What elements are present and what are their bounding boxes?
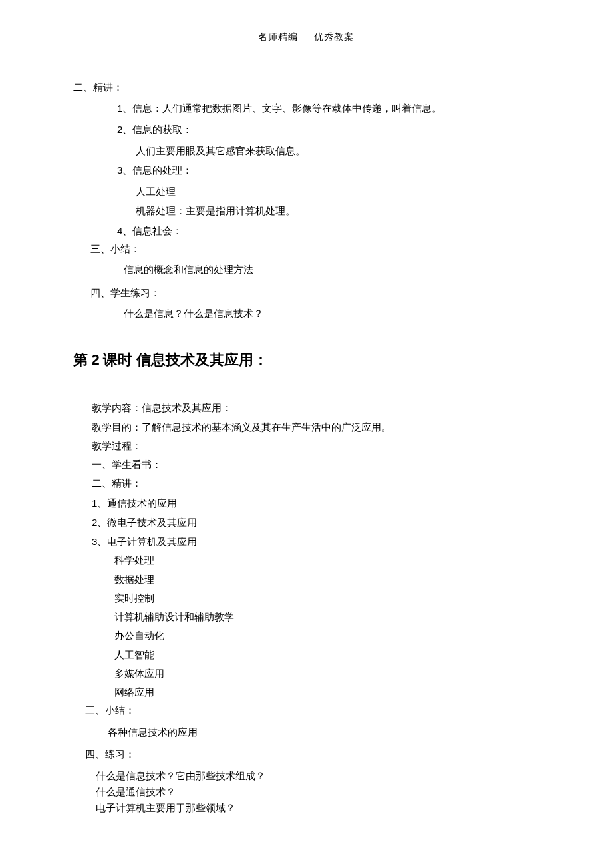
exercise-1: 什么是信息技术？它由那些技术组成？ — [96, 768, 539, 784]
teaching-process: 教学过程： — [92, 439, 539, 454]
xiaojie-body: 信息的概念和信息的处理方法 — [124, 263, 539, 277]
sub-b: 数据处理 — [114, 572, 539, 588]
lianxi-body: 什么是信息？什么是信息技术？ — [124, 307, 539, 321]
sub-f: 人工智能 — [114, 648, 539, 663]
title-post: 课时 信息技术及其应用： — [100, 351, 268, 368]
section2-lianxi-heading: 四、练习： — [85, 748, 539, 761]
section2-xiaojie-heading: 三、小结： — [85, 704, 539, 718]
point-3: 3、信息的处理： — [117, 163, 539, 178]
point-1-text: 、信息：人们通常把数据图片、文字、影像等在载体中传递，叫着信息。 — [122, 103, 442, 114]
point-4-text: 、信息社会： — [122, 226, 182, 236]
exercise-2: 什么是通信技术？ — [96, 784, 539, 800]
section-jingjiang-heading: 二、精讲： — [73, 81, 539, 95]
sub-a: 科学处理 — [114, 553, 539, 568]
sub-e: 办公自动化 — [114, 628, 539, 644]
point-3b: 机器处理：主要是指用计算机处理。 — [136, 204, 539, 219]
tech-3-text: 、电子计算机及其应用 — [97, 537, 197, 547]
page-header: 名师精编 优秀教案 — [73, 31, 539, 44]
sub-h: 网络应用 — [114, 685, 539, 700]
section2-xiaojie-body: 各种信息技术的应用 — [108, 726, 539, 740]
point-3-text: 、信息的处理： — [122, 165, 192, 176]
tech-3: 3、电子计算机及其应用 — [92, 534, 539, 550]
sub-d: 计算机辅助设计和辅助教学 — [114, 610, 539, 625]
step-jingjiang: 二、精讲： — [92, 476, 539, 491]
header-left: 名师精编 — [258, 32, 298, 42]
tech-2: 2、微电子技术及其应用 — [92, 515, 539, 531]
teaching-content: 教学内容：信息技术及其应用： — [92, 401, 539, 416]
teaching-goal: 教学目的：了解信息技术的基本涵义及其在生产生活中的广泛应用。 — [92, 420, 539, 435]
point-1: 1、信息：人们通常把数据图片、文字、影像等在载体中传递，叫着信息。 — [117, 101, 539, 116]
point-2-text: 、信息的获取： — [122, 124, 192, 135]
tech-1-text: 、通信技术的应用 — [97, 498, 177, 509]
header-underline — [251, 47, 361, 47]
point-3a: 人工处理 — [136, 184, 539, 200]
point-4: 4、信息社会： — [117, 223, 539, 239]
lesson-2-title: 第 2 课时 信息技术及其应用： — [73, 350, 539, 371]
section-lianxi-heading: 四、学生练习： — [90, 286, 539, 300]
title-pre: 第 — [73, 351, 92, 368]
sub-g: 多媒体应用 — [114, 666, 539, 682]
section-xiaojie-heading: 三、小结： — [90, 242, 539, 256]
document-page: 名师精编 优秀教案 二、精讲： 1、信息：人们通常把数据图片、文字、影像等在载体… — [0, 0, 612, 856]
point-2: 2、信息的获取： — [117, 122, 539, 137]
tech-2-text: 、微电子技术及其应用 — [97, 517, 197, 528]
lesson-2-body: 教学内容：信息技术及其应用： 教学目的：了解信息技术的基本涵义及其在生产生活中的… — [92, 401, 539, 700]
header-right: 优秀教案 — [314, 32, 354, 42]
point-2-body: 人们主要用眼及其它感官来获取信息。 — [136, 144, 539, 159]
sub-c: 实时控制 — [114, 591, 539, 606]
title-num: 2 — [92, 351, 100, 368]
exercise-3: 电子计算机主要用于那些领域？ — [96, 800, 539, 816]
step-read: 一、学生看书： — [92, 457, 539, 473]
tech-1: 1、通信技术的应用 — [92, 495, 539, 511]
